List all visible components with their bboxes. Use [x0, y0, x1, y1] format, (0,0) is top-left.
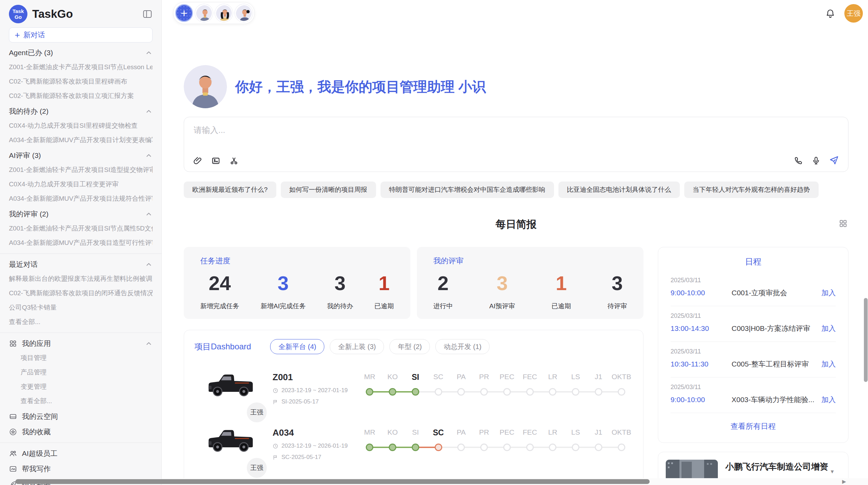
stat-label: 进行中: [433, 302, 453, 311]
sidebar-task-item[interactable]: A034-全新新能源MUV产品开发项目造型可行性评审: [9, 238, 153, 248]
join-meeting-link[interactable]: 加入: [821, 395, 836, 405]
sidebar-section-header[interactable]: Agent已办 (3): [9, 48, 153, 58]
stat-label: 我的待办: [327, 302, 353, 311]
suggestion-chip[interactable]: 欧洲新规最近颁布了什么?: [184, 182, 276, 198]
sidebar-task-item[interactable]: Z001-全新燃油皮卡产品开发项目SI节点Lesson Learn报告: [9, 62, 153, 72]
send-icon[interactable]: [829, 155, 839, 165]
project-owner-avatar: 王强: [246, 457, 268, 479]
project-row[interactable]: 王强 Z001 2023-12-19 ~ 2027-01-19 SI-2025-…: [194, 369, 633, 420]
recent-chat-item[interactable]: C02-飞腾新能源轻客改款项目的闭环通告反馈情况: [9, 288, 153, 298]
sidebar-task-item[interactable]: A034-全新新能源MUV产品开发项目计划变更表编写: [9, 135, 153, 145]
join-meeting-link[interactable]: 加入: [821, 288, 836, 298]
suggestion-chip[interactable]: 特朗普可能对进口汽车增税会对中国车企造成哪些影响: [381, 182, 554, 198]
schedule-card: 日程 2025/03/11 9:00-10:00 C001-立项审批会 加入 2…: [658, 247, 848, 443]
join-meeting-link[interactable]: 加入: [821, 324, 836, 333]
greeting-text: 你好，王强，我是你的项目管理助理 小识: [235, 77, 486, 96]
user-avatar[interactable]: 王强: [844, 4, 863, 23]
paperclip-icon[interactable]: [193, 156, 202, 165]
stat-card-title: 任务进度: [200, 256, 394, 266]
grid-icon[interactable]: [839, 219, 848, 228]
flag-icon: [273, 399, 278, 405]
scroll-down-arrow-icon[interactable]: ▼: [830, 469, 835, 474]
milestone-label: J1: [587, 428, 610, 437]
sidebar-section-header[interactable]: 我的待办 (2): [9, 106, 153, 116]
recent-chat-item[interactable]: 解释最新出台的欧盟报废车法规再生塑料比例被调至15%...: [9, 274, 153, 284]
sidebar-task-item[interactable]: Z001-全新燃油轻卡产品开发项目SI造型提交物评审: [9, 165, 153, 175]
briefing-left-column: 任务进度 24 新增完成任务 3 新增AI完成任务 3 我的待办 1 已逾期 我…: [184, 247, 643, 485]
stat-cards: 任务进度 24 新增完成任务 3 新增AI完成任务 3 我的待办 1 已逾期 我…: [184, 247, 643, 319]
section-title: AI评审 (3): [9, 151, 41, 160]
sidebar-section-header[interactable]: AI评审 (3): [9, 150, 153, 161]
stat-value: 24: [200, 272, 239, 294]
sidebar: Task Go TaskGo + 新对话 Agent已办 (3)Z001-全新燃…: [0, 0, 162, 485]
milestone-dot: [618, 388, 625, 396]
suggestion-chip[interactable]: 如何写一份清晰的项目周报: [281, 182, 376, 198]
dashboard-tab[interactable]: 动总开发 (1): [435, 339, 490, 354]
recent-chat-item[interactable]: 公司Q3轻卡销量: [9, 302, 153, 313]
agent-avatar-3[interactable]: [235, 4, 253, 22]
new-chat-label: 新对话: [23, 30, 45, 40]
tool-label: AI超级员工: [22, 449, 58, 458]
vertical-scrollbar-thumb[interactable]: [864, 298, 868, 382]
project-row[interactable]: 王强 A034 2023-12-19 ~ 2026-01-19 SC-2025-…: [194, 424, 633, 475]
milestone-label: OKTB: [610, 428, 633, 437]
sidebar-task-item[interactable]: C0X4-动力总成开发项目SI里程碑提交物检查: [9, 121, 153, 131]
new-chat-button[interactable]: + 新对话: [9, 27, 153, 42]
stat: 3 我的待办: [327, 272, 353, 311]
milestone-label: SI: [404, 373, 427, 382]
scroll-right-arrow-icon[interactable]: ▶: [842, 479, 846, 484]
stat-card-stats: 24 新增完成任务 3 新增AI完成任务 3 我的待办 1 已逾期: [200, 272, 394, 311]
schedule-title: 日程: [671, 256, 836, 267]
app-link[interactable]: 产品管理: [21, 367, 153, 377]
microphone-icon[interactable]: [811, 156, 821, 165]
sidebar-collapse-icon[interactable]: [142, 9, 153, 19]
sidebar-section-header[interactable]: 最近对话: [9, 259, 153, 270]
app-link[interactable]: 项目管理: [21, 353, 153, 363]
milestone-dot: [480, 444, 488, 451]
milestone-dot: [549, 388, 556, 396]
sidebar-section-header[interactable]: 我的评审 (2): [9, 209, 153, 219]
milestone-label: J1: [587, 373, 610, 382]
logo-line2: Go: [15, 14, 22, 20]
milestone-label: SC: [427, 373, 450, 382]
sidebar-item-help-me-write[interactable]: 帮我写作: [9, 464, 153, 474]
sidebar-item-my-apps[interactable]: 我的应用: [9, 338, 153, 349]
suggestion-chip[interactable]: 比亚迪全固态电池计划具体说了什么: [558, 182, 680, 198]
dashboard-tab[interactable]: 全新平台 (4): [270, 339, 324, 354]
add-agent-button[interactable]: +: [175, 4, 193, 22]
app-link[interactable]: 变更管理: [21, 382, 153, 392]
sidebar-task-item[interactable]: Z001-全新燃油轻卡产品开发项目SI节点属性5D文件评审: [9, 223, 153, 234]
milestone-label: PR: [473, 373, 496, 382]
schedule-item: 2025/03/11 9:00-10:00 C001-立项审批会 加入: [671, 271, 836, 306]
scissors-icon[interactable]: [229, 156, 239, 165]
chat-composer: [184, 117, 848, 172]
project-thumbnail: 王强: [207, 424, 258, 475]
stat-label: 新增AI完成任务: [261, 302, 306, 311]
agent-avatar-2[interactable]: [215, 4, 233, 22]
sidebar-task-item[interactable]: C02-飞腾新能源轻客改款项目里程碑画布: [9, 76, 153, 87]
recent-view-all-link[interactable]: 查看全部...: [9, 317, 153, 327]
stat-card: 任务进度 24 新增完成任务 3 新增AI完成任务 3 我的待办 1 已逾期: [184, 247, 410, 319]
sidebar-item-ai-super-staff[interactable]: AI超级员工: [9, 448, 153, 459]
truck-image: [207, 424, 255, 456]
sidebar-task-item[interactable]: C02-飞腾新能源轻客改款项目立项汇报方案: [9, 91, 153, 101]
suggestion-chip[interactable]: 当下年轻人对汽车外观有怎样的喜好趋势: [684, 182, 819, 198]
dashboard-tab[interactable]: 全新上装 (3): [330, 339, 384, 354]
sidebar-item-favorites[interactable]: 我的收藏: [9, 427, 153, 437]
flag-icon: [273, 455, 278, 460]
image-icon[interactable]: [211, 156, 220, 165]
agent-avatar-1[interactable]: [195, 4, 213, 22]
sidebar-task-item[interactable]: C0X4-动力总成开发项目工程变更评审: [9, 179, 153, 189]
apps-grid-icon: [9, 339, 17, 348]
phone-icon[interactable]: [794, 156, 803, 165]
dashboard-tab[interactable]: 年型 (2): [389, 339, 430, 354]
sidebar-task-item[interactable]: A034-全新新能源MUV产品开发项目法规符合性评审: [9, 194, 153, 204]
horizontal-scrollbar-thumb[interactable]: [15, 479, 650, 484]
sidebar-item-cloud-space[interactable]: 我的云空间: [9, 411, 153, 422]
view-all-schedule-link[interactable]: 查看所有日程: [671, 413, 836, 439]
notification-bell-icon[interactable]: [825, 8, 835, 18]
chat-input[interactable]: [193, 124, 839, 149]
milestone-label: LS: [564, 373, 587, 382]
apps-view-all-link[interactable]: 查看全部...: [21, 396, 153, 406]
join-meeting-link[interactable]: 加入: [821, 359, 836, 369]
